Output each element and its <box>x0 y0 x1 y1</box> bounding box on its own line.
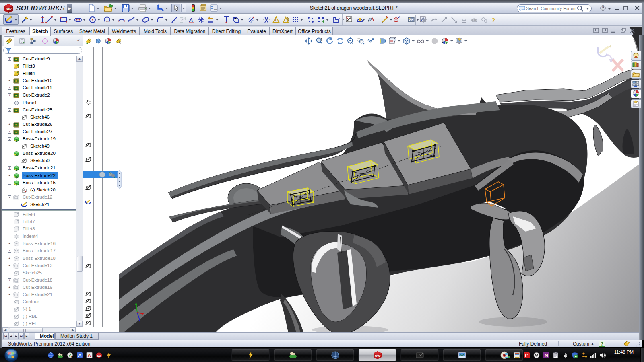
svg-text:SW: SW <box>6 7 12 11</box>
svg-text:A: A <box>188 16 193 23</box>
svg-text:!: ! <box>275 18 277 22</box>
svg-text:?: ? <box>602 6 604 10</box>
svg-text:A: A <box>88 353 91 358</box>
svg-text:!: ! <box>586 355 586 358</box>
svg-text:?: ? <box>491 16 495 23</box>
svg-text:A: A <box>78 353 82 358</box>
svg-text:SW: SW <box>97 354 102 357</box>
svg-text:N: N <box>545 353 548 358</box>
svg-text:SW: SW <box>375 354 381 358</box>
